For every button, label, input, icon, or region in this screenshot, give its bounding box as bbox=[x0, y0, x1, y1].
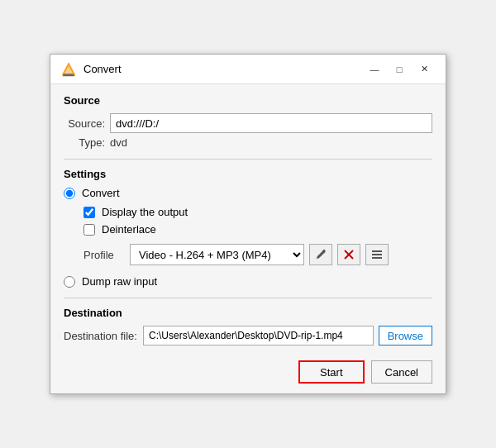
divider-1 bbox=[64, 159, 432, 160]
maximize-button[interactable]: □ bbox=[388, 60, 411, 79]
minimize-button[interactable]: — bbox=[363, 60, 386, 79]
browse-button[interactable]: Browse bbox=[379, 326, 432, 346]
checkbox-group: Display the output Deinterlace bbox=[83, 206, 432, 236]
type-label: Type: bbox=[64, 136, 105, 149]
source-row: Source: bbox=[64, 113, 432, 133]
source-section-title: Source bbox=[64, 94, 432, 107]
display-output-row: Display the output bbox=[83, 206, 432, 218]
destination-input[interactable] bbox=[143, 326, 374, 346]
source-section: Source Source: Type: dvd bbox=[64, 94, 432, 149]
destination-label: Destination file: bbox=[64, 330, 138, 342]
wrench-icon bbox=[315, 249, 327, 260]
deinterlace-checkbox[interactable] bbox=[83, 224, 95, 236]
settings-section-title: Settings bbox=[64, 168, 432, 180]
close-button[interactable]: ✕ bbox=[413, 60, 436, 79]
profile-row: Profile Video - H.264 + MP3 (MP4) Video … bbox=[83, 244, 432, 265]
destination-row: Destination file: Browse bbox=[64, 326, 432, 346]
destination-section-title: Destination bbox=[64, 307, 432, 319]
options-icon bbox=[371, 249, 383, 260]
deinterlace-label: Deinterlace bbox=[102, 223, 156, 236]
settings-section: Settings Convert Display the output Dein… bbox=[64, 168, 432, 288]
window-title: Convert bbox=[83, 63, 122, 75]
title-bar-left: Convert bbox=[60, 61, 122, 78]
title-bar: Convert — □ ✕ bbox=[50, 55, 446, 84]
options-profile-button[interactable] bbox=[365, 244, 389, 265]
type-value: dvd bbox=[110, 136, 127, 149]
edit-profile-button[interactable] bbox=[309, 244, 332, 265]
svg-rect-8 bbox=[372, 257, 382, 259]
vlc-icon bbox=[60, 61, 77, 78]
svg-rect-7 bbox=[372, 254, 382, 255]
action-row: Start Cancel bbox=[64, 357, 432, 384]
display-output-checkbox[interactable] bbox=[83, 207, 95, 218]
deinterlace-row: Deinterlace bbox=[83, 223, 432, 236]
delete-icon bbox=[343, 249, 355, 260]
delete-profile-button[interactable] bbox=[337, 244, 360, 265]
dump-radio-label: Dump raw input bbox=[82, 275, 157, 288]
display-output-label: Display the output bbox=[102, 206, 188, 218]
dump-radio-row: Dump raw input bbox=[64, 275, 432, 288]
convert-window: Convert — □ ✕ Source Source: Type: dvd S… bbox=[50, 54, 446, 394]
destination-section: Destination Destination file: Browse bbox=[64, 307, 432, 346]
dump-radio[interactable] bbox=[64, 276, 75, 288]
type-row: Type: dvd bbox=[64, 136, 432, 149]
profile-label: Profile bbox=[83, 249, 125, 261]
window-content: Source Source: Type: dvd Settings Conver… bbox=[50, 84, 446, 393]
source-input[interactable] bbox=[110, 113, 432, 133]
start-button[interactable]: Start bbox=[298, 360, 364, 384]
svg-rect-6 bbox=[372, 250, 382, 252]
convert-radio-row: Convert bbox=[64, 187, 432, 199]
source-label: Source: bbox=[64, 117, 105, 130]
cancel-button[interactable]: Cancel bbox=[371, 360, 432, 384]
profile-select[interactable]: Video - H.264 + MP3 (MP4) Video - H.265 … bbox=[130, 244, 304, 265]
divider-2 bbox=[64, 298, 432, 298]
title-controls: — □ ✕ bbox=[363, 60, 436, 79]
convert-radio[interactable] bbox=[64, 188, 75, 199]
convert-radio-label: Convert bbox=[82, 187, 120, 199]
